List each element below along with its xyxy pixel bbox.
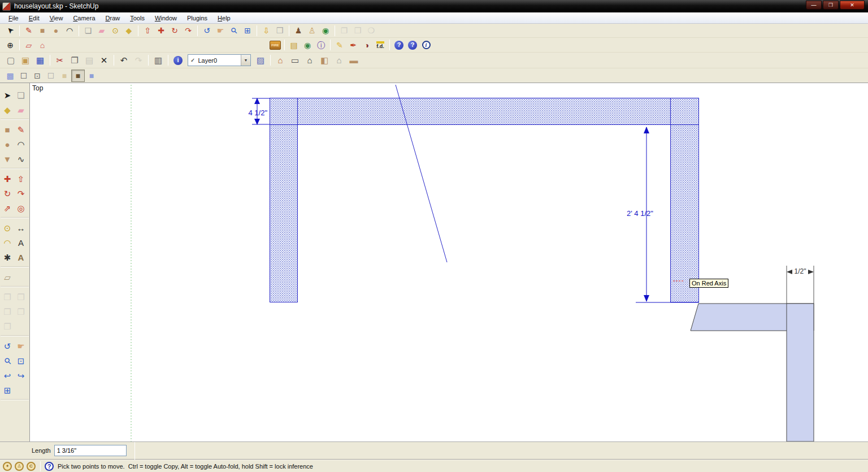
zoom-extents-tool[interactable]: ⊞ — [241, 24, 254, 37]
view-top-button[interactable]: ▭ — [288, 54, 302, 67]
geo-key-icon[interactable]: ✦ — [3, 462, 12, 471]
cut-button[interactable]: ✂ — [53, 54, 67, 67]
wireframe-style-button[interactable]: ☐ — [17, 70, 31, 82]
fire-plugin-button[interactable]: FIRE — [268, 39, 282, 51]
axes-tool[interactable]: ✱ — [1, 250, 14, 265]
make-component-tool[interactable]: ❏ — [81, 24, 95, 37]
select-tool[interactable]: ➤ — [1, 88, 14, 102]
line-tool[interactable]: ✎ — [14, 122, 28, 137]
monochrome-style-button[interactable]: ■ — [85, 70, 98, 82]
style-contrast-button[interactable]: ◑ — [360, 39, 374, 51]
move-tool[interactable]: ✚ — [1, 171, 14, 186]
instructor-button[interactable]: i — [419, 39, 433, 51]
close-button[interactable]: ✕ — [840, 1, 865, 10]
restore-button[interactable]: ❐ — [823, 1, 839, 10]
print-button[interactable]: ▥ — [151, 54, 166, 67]
paint-bucket-tool[interactable]: ◆ — [1, 102, 14, 117]
zoom-window-tool[interactable]: ⊡ — [14, 353, 28, 368]
tape-measure-tool[interactable]: ⊙ — [1, 220, 14, 235]
help-question-icon[interactable]: ? — [45, 462, 54, 471]
section-cuts-toggle[interactable]: ⌂ — [36, 39, 49, 51]
back-edges-style-button[interactable]: ⊡ — [31, 70, 44, 82]
orbit-tool[interactable]: ↺ — [1, 339, 14, 353]
menu-edit[interactable]: Edit — [24, 14, 45, 23]
menu-plugins[interactable]: Plugins — [182, 14, 212, 23]
layer-combobox[interactable]: ✓ Layer0 ▼ — [188, 54, 251, 66]
model-info-button[interactable]: i — [171, 54, 185, 67]
zoom-extents-tool[interactable]: ⊞ — [1, 383, 14, 397]
style-pencil-button[interactable]: ✎ — [333, 39, 346, 51]
new-button[interactable]: ▢ — [3, 54, 18, 67]
view-left-button[interactable]: ▬ — [346, 54, 361, 67]
menu-window[interactable]: Window — [150, 14, 182, 23]
export-model-button[interactable]: ⇩ — [259, 24, 273, 37]
help-button[interactable]: ? — [392, 39, 406, 51]
undo-button[interactable]: ↶ — [116, 54, 131, 67]
open-button[interactable]: ▣ — [18, 54, 33, 67]
follow-me-tool[interactable]: ↷ — [14, 186, 28, 201]
plugin-info-button[interactable]: ⓘ — [314, 39, 328, 51]
delete-button[interactable]: ✕ — [97, 54, 111, 67]
style-dropper-button[interactable]: ✒ — [346, 39, 360, 51]
plugin-folder-button[interactable]: ▤ — [287, 39, 301, 51]
credits-icon[interactable]: C — [27, 462, 36, 471]
scale-tool[interactable]: ⇗ — [1, 201, 14, 215]
tape-measure-tool[interactable]: ⊙ — [108, 24, 122, 37]
circle-tool[interactable]: ● — [49, 24, 63, 37]
menu-draw[interactable]: Draw — [101, 14, 125, 23]
rotate-tool[interactable]: ↻ — [168, 24, 181, 37]
pan-tool[interactable]: ☛ — [14, 339, 28, 353]
line-tool[interactable]: ✎ — [22, 24, 36, 37]
plugin-globe-button[interactable]: ◉ — [301, 39, 314, 51]
view-back-button[interactable]: ⌂ — [332, 54, 346, 67]
menu-view[interactable]: View — [45, 14, 68, 23]
section-plane-tool[interactable]: ▱ — [1, 270, 14, 284]
rotate-tool[interactable]: ↻ — [1, 186, 14, 201]
dimension-tool[interactable]: ↔ — [14, 220, 28, 235]
photo-textures-button[interactable]: ♟ — [292, 24, 305, 37]
rectangle-tool[interactable]: ■ — [1, 122, 14, 137]
geo-person-icon[interactable]: ♙ — [15, 462, 24, 471]
shaded-textures-style-button[interactable]: ■ — [71, 70, 85, 82]
view-right-button[interactable]: ◧ — [317, 54, 332, 67]
help-center-button[interactable]: ? — [406, 39, 419, 51]
rectangle-tool[interactable]: ■ — [36, 24, 49, 37]
minimize-button[interactable]: — — [806, 1, 822, 10]
hidden-line-style-button[interactable]: ☐ — [44, 70, 58, 82]
pan-tool[interactable]: ☛ — [214, 24, 227, 37]
section-plane-tool[interactable]: ▱ — [22, 39, 36, 51]
polygon-tool[interactable]: ▼ — [1, 151, 14, 166]
preview-in-google-earth-button[interactable]: ❒ — [273, 24, 287, 37]
arc-tool[interactable]: ◠ — [63, 24, 76, 37]
zoom-tool[interactable]: ⚲ — [1, 353, 14, 368]
view-front-button[interactable]: ⌂ — [302, 54, 317, 67]
freehand-tool[interactable]: ∿ — [14, 151, 28, 166]
zoom-next-tool[interactable]: ↪ — [14, 368, 28, 383]
eraser-tool[interactable]: ▰ — [14, 102, 28, 117]
offset-tool[interactable]: ◎ — [14, 201, 28, 215]
menu-file[interactable]: File — [3, 14, 24, 23]
length-input[interactable] — [54, 445, 127, 456]
select-tool[interactable]: ➤ — [3, 24, 17, 37]
make-component-tool[interactable]: ❏ — [14, 88, 28, 102]
copy-button[interactable]: ❐ — [67, 54, 82, 67]
chevron-down-icon[interactable]: ▼ — [241, 55, 250, 66]
diagonal-edge-line[interactable] — [396, 85, 447, 262]
paint-bucket-tool[interactable]: ◆ — [122, 24, 136, 37]
eraser-tool[interactable]: ▰ — [95, 24, 108, 37]
component-person-button[interactable]: ♙ — [305, 24, 319, 37]
arc-tool[interactable]: ◠ — [14, 137, 28, 151]
counter-strip-shape[interactable] — [787, 304, 814, 441]
layer-manager-button[interactable]: ▨ — [253, 54, 268, 67]
google-earth-button[interactable]: ◉ — [319, 24, 332, 37]
view-iso-button[interactable]: ⌂ — [273, 54, 288, 67]
zoom-previous-tool[interactable]: ↩ — [1, 368, 14, 383]
move-tool[interactable]: ✚ — [154, 24, 168, 37]
menu-tools[interactable]: Tools — [125, 14, 150, 23]
menu-camera[interactable]: Camera — [68, 14, 100, 23]
xray-style-button[interactable]: ▩ — [3, 70, 17, 82]
shaded-style-button[interactable]: ■ — [58, 70, 71, 82]
zoom-tool[interactable]: ⚲ — [227, 24, 241, 37]
protractor-tool[interactable]: ◠ — [1, 235, 14, 250]
orbit-tool[interactable]: ↺ — [200, 24, 214, 37]
